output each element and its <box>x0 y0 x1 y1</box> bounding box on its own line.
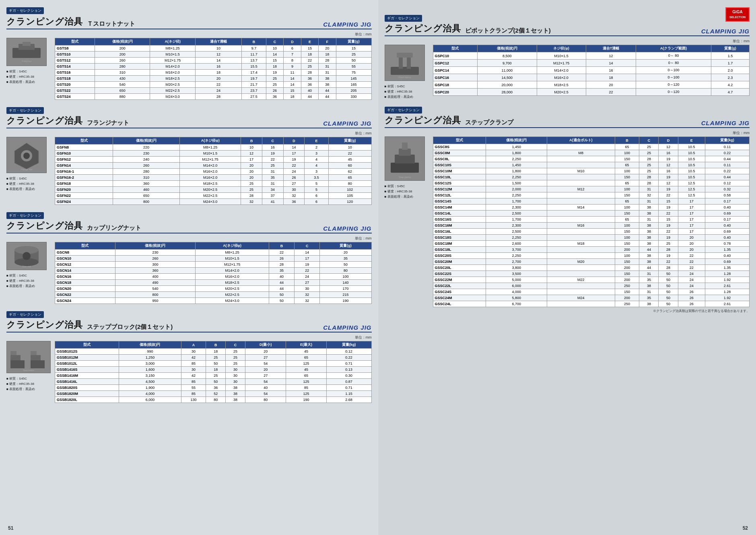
table-cell: 6,700 <box>486 301 547 307</box>
table-cell <box>547 180 615 186</box>
table-cell: 36 <box>283 199 305 205</box>
table-cell: 15 <box>266 58 283 64</box>
table-cell: 25 <box>226 355 245 361</box>
table-row: GSFN24800M24×3.03241366120 <box>55 199 372 205</box>
table-cell: 17 <box>295 256 320 262</box>
table-cell: GSSC10L <box>433 174 486 180</box>
table-cell: 65 <box>615 198 639 204</box>
table-cell: 31 <box>639 271 659 277</box>
svg-rect-14 <box>10 355 21 360</box>
table-cell: GSSB1416L <box>55 379 119 385</box>
table-cell: GSSC14L <box>433 211 486 217</box>
table-cell: 0.69 <box>705 259 749 265</box>
table-cell: 31 <box>319 64 336 70</box>
col-model: 型式 <box>55 38 95 45</box>
table-cell: 17 <box>283 151 305 157</box>
stepclamp-note-3: ■ 表面処理：黒染め <box>385 194 413 200</box>
table-cell: 12 <box>659 162 678 168</box>
table-cell: 26 <box>283 175 305 181</box>
table-row: GSSC22M5,000M222003550241.92 <box>433 277 750 283</box>
table-cell <box>547 217 615 223</box>
table-cell: 25 <box>226 361 245 367</box>
table-cell: 0.22 <box>705 168 749 174</box>
table-cell: 190 <box>286 397 326 403</box>
table-cell: 9,700 <box>477 60 537 67</box>
table-cell: 19 <box>659 204 678 211</box>
table-row: GSSC12S1,50065281212.50.12 <box>433 180 750 186</box>
table-cell: 17 <box>678 229 705 235</box>
table-cell: 5 <box>305 181 329 187</box>
table-row: GSTS12260M12×1.751413.7158222850 <box>55 58 372 64</box>
table-cell: 54 <box>245 391 286 397</box>
table-cell: 300 <box>115 262 196 268</box>
table-cell: GSSC10M <box>433 168 486 174</box>
table-cell: 22 <box>262 157 283 163</box>
flange-header-row: 型式 価格(税抜)円 A(ネジ径φ) B C D E 質量(g) <box>55 137 372 145</box>
stepblock-note-2: ■ 硬度：HRC35-38 <box>6 382 35 387</box>
table-cell: 3,700 <box>486 247 547 253</box>
table-cell: 22 <box>678 253 705 259</box>
table-cell: GSPC12 <box>433 60 477 67</box>
table-cell: 460 <box>113 187 180 193</box>
table-cell: 45 <box>286 349 326 355</box>
table-cell: 0.69 <box>705 229 749 235</box>
table-cell: 44 <box>301 94 318 100</box>
table-cell: 65 <box>286 355 326 361</box>
table-cell: GSPC14 <box>433 67 477 74</box>
table-cell: M18×2.5 <box>150 76 196 82</box>
col-f: F <box>319 38 336 45</box>
table-cell: 20 <box>586 81 636 89</box>
table-cell: GSPC18 <box>433 81 477 89</box>
table-cell: 20 <box>320 250 371 256</box>
table-cell: 4,000 <box>119 391 181 397</box>
table-cell: 17 <box>678 217 705 223</box>
pivot-image: Pivot clamp <box>385 45 425 81</box>
table-cell: 6 <box>284 45 301 52</box>
table-cell: 42 <box>181 373 206 379</box>
table-cell: 38 <box>639 241 659 247</box>
table-cell: 38 <box>639 211 659 217</box>
table-cell: 5 <box>305 187 329 193</box>
table-cell: 280 <box>95 64 150 70</box>
table-cell: GSSC22S <box>433 271 486 277</box>
table-cell: 38 <box>319 76 336 82</box>
stepclamp-image: Step clamp <box>385 136 425 181</box>
table-cell: 0.13 <box>326 367 371 373</box>
tslot-header: ギガ・セレクション <box>6 7 372 14</box>
table-cell: 7 <box>284 52 301 58</box>
table-cell: 1,600 <box>119 367 181 373</box>
table-cell: 240 <box>113 157 180 163</box>
stepblock-subtitle-jp: ステップブロック(2個１セット) <box>87 323 173 331</box>
table-cell: 3,800 <box>486 265 547 271</box>
table-cell: 0～100 <box>636 74 711 81</box>
table-cell: 0.71 <box>326 361 371 367</box>
table-cell: 14 <box>283 145 305 151</box>
table-row: GSSC14L2,5001503822170.69 <box>433 211 750 217</box>
table-cell: 14 <box>284 76 301 82</box>
stepclamp-title-en: CLAMPING JIG <box>701 120 750 126</box>
table-cell: 0.44 <box>705 156 749 162</box>
svg-rect-20 <box>391 67 419 75</box>
table-cell: 25 <box>226 349 245 355</box>
table-row: GSSB1416M3,15042253027650.30 <box>55 373 372 379</box>
table-row: GSSC16L2,5001503822170.69 <box>433 229 750 235</box>
table-cell: 260 <box>115 256 196 262</box>
table-cell: GSCN18 <box>55 280 115 286</box>
pivot-note-3: ■ 表面処理：黒染め <box>385 95 413 100</box>
table-cell: 100 <box>615 186 639 192</box>
table-cell: 36 <box>266 94 283 100</box>
table-row: GSSC14M2,300M141003819170.40 <box>433 204 750 211</box>
cap-note-2: ■ 硬度：HRC35-38 <box>6 279 35 284</box>
table-cell: 50 <box>206 361 226 367</box>
table-cell: GSSC16L <box>433 229 486 235</box>
table-cell: GSSC8S <box>433 144 486 150</box>
table-cell: 25 <box>206 355 226 361</box>
table-row: GSCN24950M24×3.05032190 <box>55 298 372 304</box>
table-cell: 2,600 <box>486 241 547 247</box>
table-cell: 14 <box>586 60 636 67</box>
table-cell: 52 <box>206 391 226 397</box>
table-cell: 18 <box>206 349 226 355</box>
cap-section: ギガ・セレクション クランピング治具 カップリングナット CLAMPING JI… <box>6 212 372 304</box>
table-cell: 170 <box>320 286 371 292</box>
table-cell: GSSC16M <box>433 223 486 229</box>
